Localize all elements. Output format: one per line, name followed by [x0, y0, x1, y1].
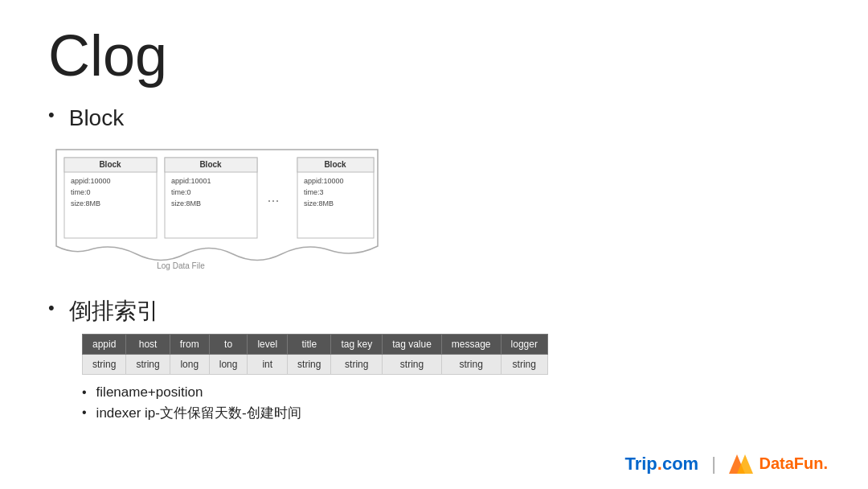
bullet-dot-2: •	[48, 297, 55, 320]
svg-text:Block: Block	[199, 160, 222, 169]
cell-to-type: long	[209, 354, 248, 374]
footer-logos: Trip.com | DataFun.	[624, 454, 828, 475]
cell-title-type: string	[288, 354, 331, 374]
svg-text:appid:10001: appid:10001	[171, 177, 211, 185]
cell-from-type: long	[170, 354, 209, 374]
block-label: Block	[69, 104, 124, 133]
col-header-host: host	[126, 334, 170, 354]
sub-bullet-1: • filename+position	[82, 384, 820, 401]
svg-text:appid:10000: appid:10000	[304, 177, 344, 185]
index-table: appid host from to level title tag key t…	[82, 334, 548, 375]
trip-text: Trip	[624, 454, 657, 474]
col-header-title: title	[288, 334, 331, 354]
trip-logo: Trip.com	[624, 454, 698, 475]
sub-bullet-2: • indexer ip-文件保留天数-创建时间	[82, 404, 820, 422]
bullet-dot-1: •	[48, 104, 55, 127]
sub-text-2: indexer ip-文件保留天数-创建时间	[96, 404, 301, 422]
datafun-period: .	[823, 454, 828, 472]
col-header-level: level	[248, 334, 288, 354]
page-title: Clog	[48, 24, 820, 88]
datafun-logo: DataFun.	[729, 454, 828, 475]
svg-text:Log Data File: Log Data File	[157, 261, 205, 270]
datafun-icon	[729, 454, 753, 474]
svg-text:Block: Block	[99, 160, 121, 169]
cell-level-type: int	[248, 354, 288, 374]
svg-text:time:0: time:0	[71, 188, 91, 196]
file-shape-svg: Block appid:10000 time:0 size:8MB Block …	[48, 142, 386, 282]
index-section: • 倒排索引 appid host from to level title ta…	[48, 297, 820, 422]
svg-text:size:8MB: size:8MB	[71, 199, 100, 208]
svg-text:Block: Block	[324, 160, 346, 169]
svg-text:time:3: time:3	[304, 188, 324, 196]
col-header-from: from	[170, 334, 209, 354]
cell-appid-type: string	[83, 354, 126, 374]
col-header-message: message	[441, 334, 501, 354]
cell-host-type: string	[126, 354, 170, 374]
svg-text:time:0: time:0	[171, 188, 191, 196]
index-label: 倒排索引	[69, 297, 159, 326]
sub-text-1: filename+position	[96, 384, 203, 401]
col-header-to: to	[209, 334, 248, 354]
svg-text:size:8MB: size:8MB	[304, 199, 334, 208]
trip-com: com	[662, 454, 698, 474]
svg-text:...: ...	[267, 189, 279, 205]
block-section: • Block Block appid:10000 time:0 size:8M…	[48, 104, 820, 281]
block-diagram: Block appid:10000 time:0 size:8MB Block …	[48, 142, 386, 282]
logo-separator: |	[711, 454, 716, 475]
svg-text:appid:10000: appid:10000	[71, 177, 111, 185]
svg-text:size:8MB: size:8MB	[171, 199, 201, 208]
sub-dot-1: •	[82, 385, 87, 400]
sub-dot-2: •	[82, 405, 87, 420]
col-header-appid: appid	[83, 334, 126, 354]
cell-tagvalue-type: string	[383, 354, 442, 374]
cell-logger-type: string	[501, 354, 547, 374]
cell-message-type: string	[441, 354, 501, 374]
datafun-text: DataFun	[759, 454, 823, 472]
col-header-logger: logger	[501, 334, 547, 354]
sub-bullets: • filename+position • indexer ip-文件保留天数-…	[82, 384, 820, 422]
cell-tagkey-type: string	[331, 354, 383, 374]
col-header-tagvalue: tag value	[383, 334, 442, 354]
col-header-tagkey: tag key	[331, 334, 383, 354]
